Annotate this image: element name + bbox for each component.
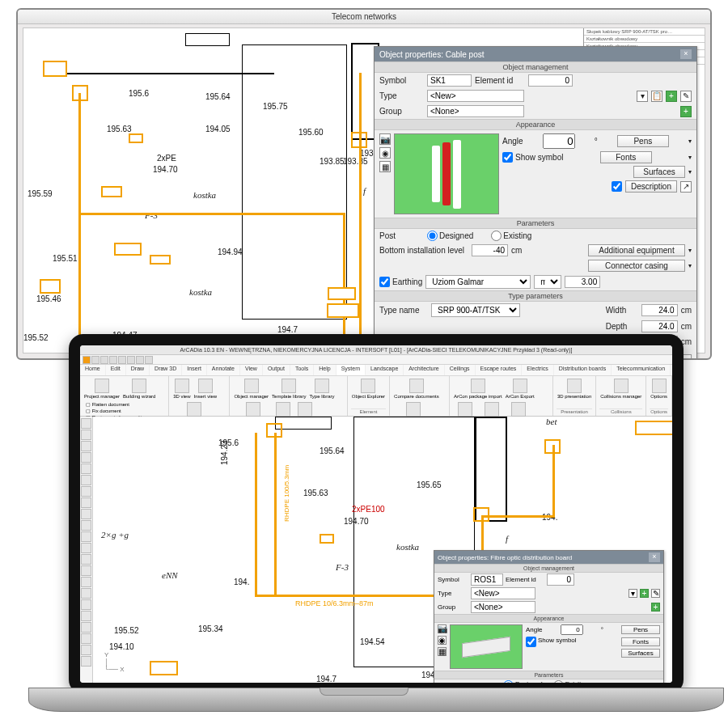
earthing-checkbox[interactable] <box>379 277 390 287</box>
tool-icon[interactable] <box>81 531 91 542</box>
description-checkbox[interactable] <box>612 181 622 192</box>
close-icon[interactable]: × <box>680 49 692 59</box>
ribbon-tab[interactable]: Annotate <box>207 365 240 375</box>
group-select[interactable] <box>471 601 535 613</box>
tool-icon[interactable] <box>81 520 91 531</box>
more-icon[interactable]: ✎ <box>680 91 692 102</box>
ribbon-tab[interactable]: System <box>336 365 366 375</box>
tool-icon[interactable] <box>81 565 91 576</box>
ribbon-tab[interactable]: Distribution boards <box>554 365 612 375</box>
surfaces-button[interactable]: Surfaces <box>633 166 685 178</box>
ribbon-tab[interactable]: View <box>240 365 263 375</box>
dialog-titlebar[interactable]: Object properties: Fibre optic distribut… <box>434 551 663 564</box>
view3d-icon[interactable]: ◉ <box>438 636 447 645</box>
ribbon-button[interactable]: Building wizard <box>122 378 156 400</box>
pens-button[interactable]: Pens <box>617 135 669 147</box>
qat-icon[interactable] <box>91 356 99 364</box>
add-group-icon[interactable]: + <box>651 603 660 612</box>
ribbon-tab[interactable]: Ceilings <box>445 365 476 375</box>
tool-icon[interactable] <box>81 430 91 440</box>
drawing-canvas-laptop[interactable]: kostka F-3 bet bet f eNN 2×g +g 195.6 19… <box>93 417 672 683</box>
ribbon-tab[interactable]: Architecture <box>404 365 444 375</box>
qat-icon[interactable] <box>100 356 108 364</box>
ribbon-button[interactable]: 3D view <box>172 378 191 400</box>
qat-icon[interactable] <box>118 356 126 364</box>
connector-casing-button[interactable]: Connector casing <box>588 260 685 272</box>
tool-icon[interactable] <box>81 418 91 429</box>
description-button[interactable]: Description <box>625 180 677 193</box>
fonts-button[interactable]: Fonts <box>600 151 652 163</box>
ribbon-tab[interactable]: Escape routes <box>476 365 523 375</box>
ribbon-button[interactable]: Compare documents <box>393 378 440 400</box>
fonts-button[interactable]: Fonts <box>621 637 660 646</box>
add-icon[interactable]: + <box>666 91 677 102</box>
angle-input[interactable] <box>561 624 583 635</box>
angle-input[interactable] <box>543 133 575 149</box>
ribbon-button[interactable]: Object Explorer <box>351 378 386 400</box>
ribbon-tab[interactable]: Tools <box>290 365 314 375</box>
qat-icon[interactable] <box>127 356 135 364</box>
dropdown-icon[interactable]: ▾ <box>629 589 637 598</box>
earthing-select[interactable]: Uziom Galmar <box>425 275 531 289</box>
ribbon-button[interactable]: 3D presentation <box>557 378 592 400</box>
plan-icon[interactable]: ▦ <box>438 647 447 656</box>
ribbon-button[interactable]: ArCon Export <box>505 378 535 400</box>
ribbon-tab[interactable]: Draw 3D <box>150 365 182 375</box>
designed-radio[interactable] <box>427 231 438 241</box>
ribbon-button[interactable]: Project manager <box>83 378 121 400</box>
designed-radio[interactable] <box>503 680 514 683</box>
ribbon-checkbox[interactable]: ▢ Flatten document <box>86 401 147 407</box>
tool-icon[interactable] <box>81 577 91 587</box>
more-icon[interactable]: ✎ <box>651 589 660 598</box>
add-icon[interactable]: + <box>640 589 649 598</box>
qat-icon[interactable] <box>136 356 144 364</box>
ribbon-tab[interactable]: Help <box>314 365 336 375</box>
width-input[interactable] <box>641 304 678 316</box>
tool-icon[interactable] <box>81 452 91 463</box>
camera-icon[interactable]: 📷 <box>379 133 391 145</box>
tool-icon[interactable] <box>81 622 91 633</box>
ribbon-button[interactable]: Options <box>650 378 668 400</box>
add-group-icon[interactable]: + <box>680 106 692 117</box>
group-select[interactable] <box>427 105 524 117</box>
tool-icon[interactable] <box>81 656 91 667</box>
copy-icon[interactable]: 📋 <box>651 91 662 102</box>
ribbon-button[interactable]: ArCon package import <box>453 378 503 400</box>
view3d-icon[interactable]: ◉ <box>379 147 391 159</box>
ribbon-checkbox[interactable]: ▢ Fix document <box>86 408 147 413</box>
bottom-level-input[interactable] <box>472 244 508 256</box>
tool-icon[interactable] <box>81 509 91 519</box>
description-edit-icon[interactable]: ↗ <box>680 181 692 193</box>
ribbon-tab[interactable]: Output <box>263 365 290 375</box>
earthing-length-input[interactable] <box>565 276 600 288</box>
type-select[interactable] <box>471 587 535 599</box>
elementid-input[interactable] <box>547 574 574 586</box>
ribbon-button[interactable]: Object manager <box>233 378 269 400</box>
ribbon-button[interactable]: Template library <box>271 378 307 400</box>
show-symbol-checkbox[interactable] <box>502 152 513 163</box>
ribbon-tab[interactable]: Home <box>80 365 106 375</box>
ribbon-button[interactable]: Type library <box>308 378 335 400</box>
ribbon-button[interactable]: Insert view <box>193 378 218 400</box>
ribbon-tab[interactable]: Edit <box>106 365 126 375</box>
typename-select[interactable]: SRP 900-AT/TSK <box>431 303 520 317</box>
camera-icon[interactable]: 📷 <box>438 624 447 633</box>
tool-icon[interactable] <box>81 599 91 610</box>
symbol-input[interactable] <box>427 74 472 87</box>
ribbon-tab[interactable]: Water <box>671 365 684 375</box>
symbol-input[interactable] <box>471 574 503 586</box>
tool-icon[interactable] <box>81 543 91 553</box>
tool-icon[interactable] <box>81 554 91 565</box>
show-symbol-checkbox[interactable] <box>526 637 536 647</box>
tool-icon[interactable] <box>81 633 91 644</box>
pens-button[interactable]: Pens <box>621 625 660 634</box>
dialog-titlebar[interactable]: Object properties: Cable post × <box>375 47 696 61</box>
tool-icon[interactable] <box>81 463 91 474</box>
dropdown-icon[interactable]: ▾ <box>637 91 648 102</box>
tool-icon[interactable] <box>81 611 91 621</box>
existing-radio[interactable] <box>553 680 564 683</box>
depth-input[interactable] <box>641 320 678 332</box>
close-icon[interactable]: × <box>649 552 660 562</box>
existing-radio[interactable] <box>491 231 502 241</box>
earthing-unit-select[interactable]: m <box>534 275 561 289</box>
